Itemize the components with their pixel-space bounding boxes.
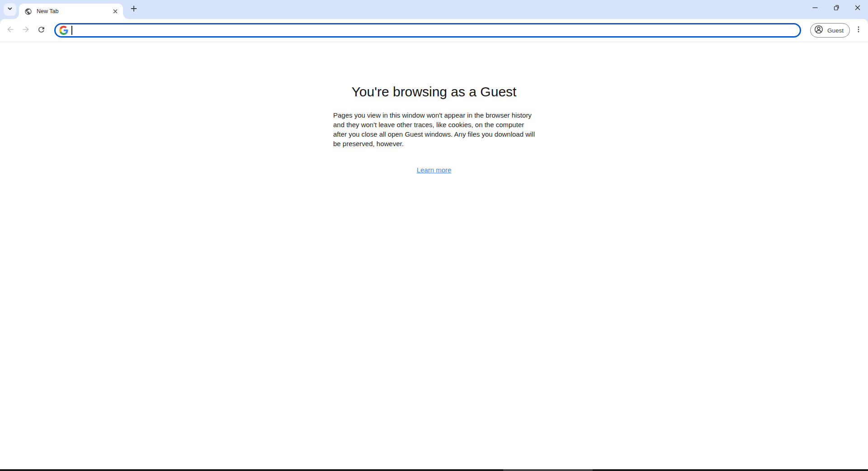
tab-close-button[interactable] xyxy=(111,7,119,15)
restore-button[interactable] xyxy=(826,0,847,17)
google-g-icon xyxy=(59,26,68,35)
taskbar-edge-segment xyxy=(503,469,593,471)
page-title: You're browsing as a Guest xyxy=(0,83,868,101)
reload-icon xyxy=(37,25,46,36)
learn-more-link[interactable]: Learn more xyxy=(417,166,452,174)
browser-window: New Tab xyxy=(0,0,868,471)
arrow-back-icon xyxy=(6,25,15,36)
three-dot-menu-icon xyxy=(855,26,862,35)
close-window-button[interactable] xyxy=(847,0,868,17)
minimize-button[interactable] xyxy=(804,0,826,17)
globe-icon xyxy=(24,8,32,15)
text-caret xyxy=(71,26,72,35)
guest-mode-page: You're browsing as a Guest Pages you vie… xyxy=(0,83,868,174)
tab-new-tab[interactable]: New Tab xyxy=(19,4,123,19)
window-body: Guest You're browsing as a Guest Pages y… xyxy=(0,19,868,469)
chevron-down-icon xyxy=(7,5,13,14)
close-icon xyxy=(854,5,861,13)
tab-title: New Tab xyxy=(37,8,111,14)
guest-profile-label: Guest xyxy=(827,27,844,34)
reload-button[interactable] xyxy=(33,23,49,38)
omnibox-address-bar[interactable] xyxy=(54,23,801,38)
restore-icon xyxy=(833,5,840,13)
toolbar: Guest xyxy=(0,19,868,42)
window-controls xyxy=(804,0,868,17)
new-tab-button[interactable] xyxy=(127,3,140,16)
guest-profile-button[interactable]: Guest xyxy=(810,23,850,38)
arrow-forward-icon xyxy=(21,25,30,36)
taskbar-edge xyxy=(0,469,868,471)
forward-button[interactable] xyxy=(18,23,33,38)
guest-mode-description: Pages you view in this window won't appe… xyxy=(333,110,535,148)
person-circle-icon xyxy=(814,24,824,36)
plus-icon xyxy=(130,5,137,14)
back-button[interactable] xyxy=(3,23,18,38)
minimize-icon xyxy=(812,5,818,13)
browser-menu-button[interactable] xyxy=(851,23,866,38)
